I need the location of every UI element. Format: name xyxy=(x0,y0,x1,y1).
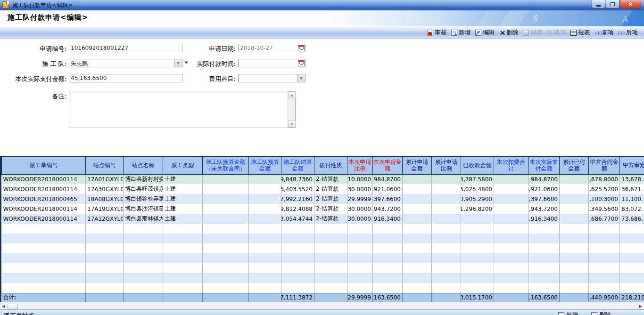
cell xyxy=(163,273,203,283)
column-header[interactable]: 本次申请比例 xyxy=(347,156,373,174)
horizontal-scrollbar[interactable]: ◀ ▶ xyxy=(0,303,644,309)
cell xyxy=(620,234,644,243)
scrollbar-thumb[interactable] xyxy=(8,304,18,309)
保存-button: 保存 xyxy=(520,28,545,38)
cell xyxy=(373,273,403,283)
报表-button[interactable]: 报表 xyxy=(568,28,592,38)
calendar-icon[interactable] xyxy=(298,45,305,51)
column-header[interactable]: 拨付性质 xyxy=(314,156,347,174)
cell xyxy=(560,263,589,273)
column-header[interactable]: 本次实际支付金额 xyxy=(528,156,560,174)
cell: 2-结算款 xyxy=(314,194,347,204)
column-header[interactable]: 施工队结算金额 xyxy=(281,156,314,174)
column-header[interactable]: 站点名称 xyxy=(124,156,163,174)
total-cell: 45,163.6500 xyxy=(373,293,403,302)
cell xyxy=(373,253,403,263)
page-title: 施工队付款申请<编辑> xyxy=(8,13,88,22)
toolbar-button-label: 编辑 xyxy=(483,29,495,37)
column-header[interactable]: 本次扣费合计 xyxy=(494,156,528,174)
total-cell xyxy=(124,293,163,302)
restore-button[interactable] xyxy=(606,0,619,8)
calendar-icon[interactable] xyxy=(298,60,305,66)
empty-row[interactable] xyxy=(2,273,644,283)
cell xyxy=(589,283,620,293)
column-header[interactable]: 累计已付金额 xyxy=(560,156,589,174)
cell: 10,905.2900 xyxy=(461,194,494,204)
column-header[interactable]: 站点编号 xyxy=(86,156,124,174)
cell xyxy=(249,253,281,263)
编辑-button[interactable]: 编辑 xyxy=(473,28,497,38)
column-header[interactable]: 已收款金额 xyxy=(461,156,494,174)
table-row[interactable]: WORKOODER201800011417A19GXYL0102博白县沙河镇霞土… xyxy=(2,204,644,214)
window-title-bar: 施工队付款申请<编辑> × xyxy=(0,0,644,10)
remark-textarea[interactable]: ▲ ▼ xyxy=(69,91,296,128)
cell xyxy=(249,243,281,253)
empty-row[interactable] xyxy=(2,243,644,253)
chevron-down-icon[interactable]: ▼ xyxy=(297,74,305,82)
审核-button[interactable]: 审核 xyxy=(425,28,449,38)
column-header[interactable]: 施工队预算金额（未关联合同） xyxy=(203,156,249,174)
scroll-right-icon[interactable]: ▶ xyxy=(637,304,644,309)
后项-button[interactable]: ▷▷后项 xyxy=(616,28,640,38)
cell xyxy=(203,184,249,194)
cell xyxy=(163,263,203,273)
cell xyxy=(494,224,528,234)
text-caret xyxy=(71,92,71,98)
column-header[interactable]: 累计申请比例 xyxy=(432,156,461,174)
cell: 2,397.6600 xyxy=(373,194,403,204)
删除-button[interactable]: 删除 xyxy=(497,28,520,38)
empty-row[interactable] xyxy=(2,234,644,243)
cell: 9,848.7360 xyxy=(281,174,314,184)
total-cell xyxy=(560,293,589,302)
cell: 土建 xyxy=(163,204,203,214)
scroll-down-icon[interactable]: ▼ xyxy=(288,121,296,128)
column-header[interactable]: 甲方合同金额 xyxy=(589,156,620,174)
table-row[interactable]: WORKOODER201800011417A12GXYL0102博白县那林镇大土… xyxy=(2,214,644,224)
close-button[interactable]: × xyxy=(620,0,641,8)
删除-button[interactable]: 删除 xyxy=(591,311,611,315)
toolbar-button-label: 删除 xyxy=(506,29,518,37)
新增-button[interactable]: 新增 xyxy=(449,28,473,38)
scroll-left-icon[interactable]: ◀ xyxy=(0,304,7,309)
cell: WORKOODER2018000114 xyxy=(2,214,86,224)
cell xyxy=(314,263,347,273)
新增-button[interactable]: 新增 xyxy=(558,311,578,315)
column-header[interactable]: 累计申请金额 xyxy=(403,156,432,174)
cell xyxy=(560,174,589,184)
remark-scrollbar[interactable]: ▲ ▼ xyxy=(288,91,295,128)
cell: 984.8700 xyxy=(373,174,403,184)
minimize-button[interactable] xyxy=(592,0,605,8)
total-cell: 83,015.1700 xyxy=(461,293,494,302)
column-header[interactable]: 派工类型 xyxy=(163,156,203,174)
empty-row[interactable] xyxy=(2,283,644,293)
cell xyxy=(620,243,644,253)
empty-row[interactable] xyxy=(2,224,644,234)
empty-row[interactable] xyxy=(2,263,644,273)
table-row[interactable]: WORKOODER201800011417A01GXYL0202博白县新村村委土… xyxy=(2,174,644,184)
前项-button[interactable]: ◁◁前项 xyxy=(592,28,616,38)
cell: 36,625.5200 xyxy=(589,184,620,194)
expense-subject-combobox[interactable]: ▼ xyxy=(238,74,305,82)
cell xyxy=(461,253,494,263)
previous-item-icon: ◁◁ xyxy=(594,30,601,36)
column-header[interactable]: 施工队预算金额 xyxy=(249,156,281,174)
apply-date-input[interactable]: 2018-10-27 xyxy=(238,44,305,52)
remark-label: 备注: xyxy=(0,92,66,101)
cell xyxy=(249,174,281,184)
cell xyxy=(314,234,347,243)
scroll-up-icon[interactable]: ▲ xyxy=(288,91,296,98)
cell: 11,100. xyxy=(620,194,644,204)
table-row[interactable]: WORKOODER201800046518A08GXYL0101博白顿谷乾弄罗土… xyxy=(2,194,644,204)
table-row[interactable]: WORKOODER201800011417A30GXYL0106博白县旺茂镇康土… xyxy=(2,184,644,194)
empty-row[interactable] xyxy=(2,253,644,263)
column-header[interactable]: 派工单编号 xyxy=(2,156,86,174)
cell xyxy=(494,184,528,194)
column-header[interactable]: 本次申请金额 xyxy=(373,156,403,174)
column-header[interactable]: 甲方审定金额 xyxy=(620,156,644,174)
toolbar-button-label: 前项 xyxy=(602,29,614,37)
pay-time-input[interactable] xyxy=(238,59,305,67)
cell xyxy=(403,204,432,214)
cell: 土建 xyxy=(163,184,203,194)
cell xyxy=(2,263,86,273)
cell xyxy=(163,243,203,253)
